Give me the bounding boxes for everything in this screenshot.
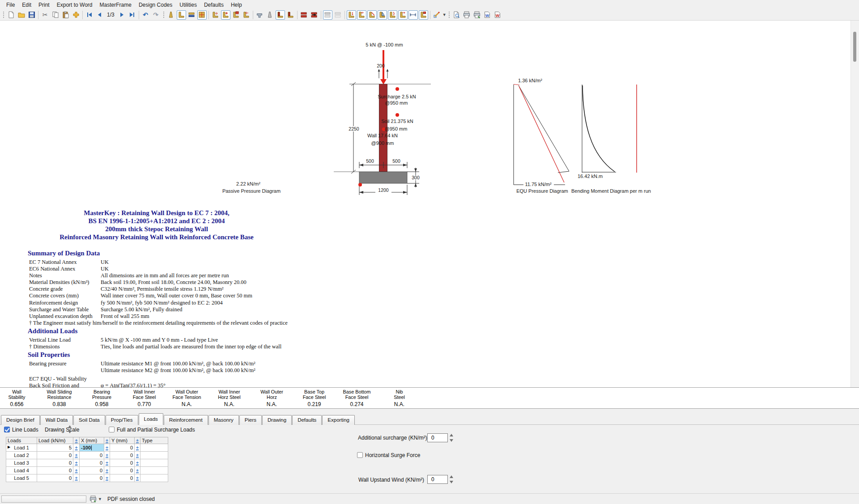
retract-arrow-icon[interactable] — [242, 10, 251, 20]
last-page-icon[interactable] — [128, 10, 137, 20]
first-page-icon[interactable] — [85, 10, 94, 20]
wall-elevation-icon[interactable] — [166, 10, 176, 20]
tab-prop-ties[interactable]: Prop/Ties — [106, 415, 138, 425]
y-value-cell[interactable]: 0 — [110, 444, 135, 452]
x-pm-button[interactable]: ± — [104, 474, 110, 482]
y-pm-button[interactable]: ± — [135, 444, 140, 452]
menu-export-to-word[interactable]: Export to Word — [53, 1, 96, 9]
load-value-cell[interactable]: 0 — [37, 459, 73, 467]
tab-wall-data[interactable]: Wall Data — [40, 415, 73, 425]
type-cell[interactable] — [140, 452, 168, 459]
load-value-cell[interactable]: 0 — [37, 474, 73, 482]
spin-up-icon[interactable] — [68, 425, 72, 428]
line-loads-checkbox[interactable] — [4, 427, 10, 432]
y-value-cell[interactable]: 0 — [110, 459, 135, 467]
y-value-cell[interactable]: 0 — [110, 467, 135, 474]
x-pm-button[interactable]: ± — [104, 452, 110, 459]
gray-wall-icon[interactable] — [265, 10, 275, 20]
sketch-tool-dropdown-icon[interactable]: ▼ — [442, 13, 447, 17]
menu-file[interactable]: File — [3, 1, 18, 9]
x-value-cell[interactable]: 0 — [80, 474, 104, 482]
y-pm-button[interactable]: ± — [135, 474, 140, 482]
tab-reinforcement[interactable]: Reinforcement — [164, 415, 208, 425]
x-pm-button[interactable]: ± — [104, 444, 110, 452]
row-header-load-3[interactable]: Load 3 — [6, 459, 37, 467]
toolbar-grip[interactable] — [448, 11, 450, 19]
row-header-load-5[interactable]: Load 5 — [6, 474, 37, 482]
x-value-cell[interactable]: 0 — [80, 452, 104, 459]
wall-upstand-wind-input[interactable] — [427, 475, 448, 484]
y-value-cell[interactable]: 0 — [110, 474, 135, 482]
paste-icon[interactable] — [61, 10, 70, 20]
load-value-cell[interactable]: 0 — [37, 467, 73, 474]
partial-load-icon[interactable] — [419, 10, 428, 20]
load-pm-button[interactable]: ± — [73, 474, 80, 482]
load-pm-button[interactable]: ± — [73, 452, 80, 459]
load-pm-button[interactable]: ± — [73, 444, 80, 452]
red-layers-icon[interactable] — [299, 10, 309, 20]
scrollbar-thumb[interactable] — [853, 32, 856, 62]
row-header-load-2[interactable]: Load 2 — [6, 452, 37, 459]
soil-slope-icon[interactable] — [367, 10, 377, 20]
save-icon[interactable] — [27, 10, 36, 20]
menu-masterframe[interactable]: MasterFrame — [96, 1, 135, 9]
previous-page-icon[interactable] — [95, 10, 104, 20]
add-icon[interactable] — [71, 10, 81, 20]
menu-print[interactable]: Print — [35, 1, 53, 9]
spin-up-icon[interactable] — [450, 434, 453, 436]
toolbar-grip[interactable] — [162, 11, 165, 19]
spin-down-icon[interactable] — [68, 431, 72, 433]
next-page-icon[interactable] — [117, 10, 127, 20]
menu-edit[interactable]: Edit — [18, 1, 35, 9]
span-dimension-icon[interactable] — [408, 10, 418, 20]
type-cell[interactable] — [140, 444, 168, 452]
add-load-icon[interactable] — [221, 10, 230, 20]
drawing-scale-spinner[interactable] — [68, 425, 72, 433]
print-preview-icon[interactable] — [452, 10, 461, 20]
load-value-cell[interactable]: 5 — [37, 444, 73, 452]
undo-icon[interactable]: ↶ — [141, 10, 150, 20]
wall-upstand-wind-spinner[interactable] — [450, 475, 454, 483]
soil-wedge-icon[interactable] — [378, 10, 387, 20]
x-value-cell[interactable]: 0 — [80, 459, 104, 467]
new-document-icon[interactable] — [6, 10, 16, 20]
menu-design-codes[interactable]: Design Codes — [135, 1, 176, 9]
tab-soil-data[interactable]: Soil Data — [73, 415, 105, 425]
load-pm-button[interactable]: ± — [73, 467, 80, 474]
x-value-cell[interactable]: 0 — [80, 467, 104, 474]
y-pm-button[interactable]: ± — [135, 467, 140, 474]
surcharge-arrow-icon[interactable] — [398, 10, 408, 20]
layers-icon[interactable] — [187, 10, 196, 20]
gray-layers-disabled-icon[interactable] — [333, 10, 343, 20]
red-stem-wall-icon[interactable] — [276, 10, 285, 20]
x-value-cell-selected[interactable]: -100 — [80, 444, 104, 452]
stem-block-load-icon[interactable] — [231, 10, 241, 20]
t-section-icon[interactable] — [255, 10, 264, 20]
tab-drawing[interactable]: Drawing — [262, 415, 292, 425]
gray-layers-icon[interactable] — [323, 10, 332, 20]
toe-arrow-icon[interactable] — [211, 10, 220, 20]
tab-design-brief[interactable]: Design Brief — [1, 415, 40, 425]
load-value-cell[interactable]: 0 — [37, 452, 73, 459]
red-layers-arrow-icon[interactable] — [310, 10, 319, 20]
printer-status-icon[interactable] — [89, 496, 97, 503]
water-hook-icon[interactable] — [388, 10, 397, 20]
stepoc-grid-icon[interactable] — [197, 10, 207, 20]
printer-dropdown-icon[interactable]: ▼ — [98, 497, 102, 501]
row-header-load-1[interactable]: ▶Load 1 — [6, 444, 37, 452]
spin-down-icon[interactable] — [450, 481, 453, 483]
copy-icon[interactable] — [51, 10, 60, 20]
tab-piers[interactable]: Piers — [239, 415, 262, 425]
toolbar-grip[interactable] — [2, 11, 4, 19]
export-word-alt-icon[interactable]: W — [493, 10, 502, 20]
type-cell[interactable] — [140, 467, 168, 474]
tab-loads[interactable]: Loads — [139, 413, 163, 425]
red-stem-wall-alt-icon[interactable] — [286, 10, 295, 20]
redo-icon[interactable]: ↷ — [151, 10, 161, 20]
x-pm-button[interactable]: ± — [104, 459, 110, 467]
open-file-icon[interactable] — [17, 10, 26, 20]
vertical-scrollbar[interactable] — [850, 21, 859, 387]
y-pm-button[interactable]: ± — [135, 459, 140, 467]
menu-defaults[interactable]: Defaults — [200, 1, 227, 9]
print-icon[interactable] — [462, 10, 472, 20]
